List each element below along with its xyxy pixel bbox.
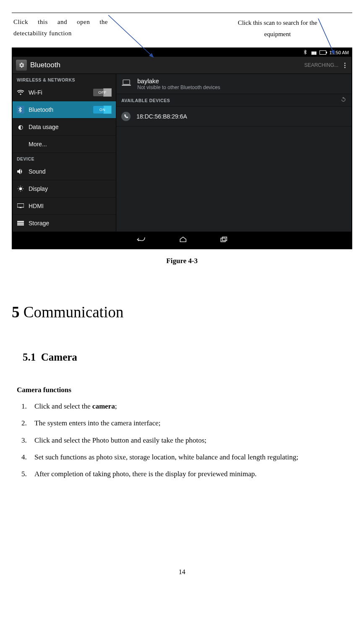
- status-bar: ▮▮▮ 11:50 AM: [13, 48, 351, 57]
- bluetooth-status-icon: [304, 50, 308, 55]
- callout-row: Click this and open the detectability fu…: [12, 16, 352, 42]
- chapter-number: 5: [12, 303, 20, 321]
- this-device-row[interactable]: baylake Not visible to other Bluetooth d…: [116, 74, 351, 94]
- subsection-heading: Camera functions: [17, 386, 352, 394]
- searching-label: SEARCHING...: [304, 62, 338, 68]
- available-device-mac: 18:DC:56:B8:29:6A: [136, 113, 187, 120]
- section-header-wireless: WIRELESS & NETWORKS: [13, 74, 116, 84]
- settings-content: WIRELESS & NETWORKS Wi-Fi OFF Bluetooth …: [13, 74, 351, 232]
- sidebar-item-label: Data usage: [29, 124, 59, 130]
- list-item: Click and select the camera;: [29, 401, 352, 412]
- phone-icon: [121, 112, 131, 121]
- wifi-icon: [17, 89, 24, 96]
- list-item: Set such functions as photo sixe, storag…: [29, 452, 352, 463]
- section-number: 5.1: [23, 351, 36, 363]
- laptop-icon: [121, 79, 131, 88]
- gear-icon[interactable]: [16, 60, 27, 71]
- sidebar-item-hdmi[interactable]: HDMI: [13, 198, 116, 215]
- datausage-icon: ◐: [17, 123, 24, 131]
- svg-rect-4: [17, 221, 24, 222]
- sidebar-item-display[interactable]: Display: [13, 180, 116, 198]
- hdmi-icon: [17, 202, 24, 210]
- list-item: After completion of taking photo, there …: [29, 469, 352, 480]
- chapter-heading: 5 Communication: [12, 303, 352, 321]
- sidebar-item-label: More...: [29, 141, 47, 148]
- bluetooth-icon: [17, 106, 24, 113]
- chapter-title: Communication: [24, 303, 123, 321]
- settings-headerbar: Bluetooth SEARCHING...: [13, 57, 351, 74]
- sidebar-item-wifi[interactable]: Wi-Fi OFF: [13, 84, 116, 101]
- section-header-device: DEVICE: [13, 153, 116, 163]
- page-number: 14: [12, 568, 352, 576]
- wifi-toggle[interactable]: OFF: [93, 89, 112, 96]
- available-devices-header: AVAILABLE DEVICES: [116, 94, 351, 107]
- list-item: The system enters into the camera interf…: [29, 418, 352, 429]
- header-title: Bluetooth: [30, 61, 60, 69]
- section-title: Camera: [41, 351, 77, 363]
- android-navbar: [13, 232, 351, 248]
- storage-icon: [17, 219, 24, 227]
- sidebar-item-storage[interactable]: Storage: [13, 215, 116, 232]
- bluetooth-main-pane: baylake Not visible to other Bluetooth d…: [116, 74, 351, 232]
- callout-detectability: Click this and open the detectability fu…: [13, 16, 108, 39]
- refresh-icon[interactable]: [340, 97, 346, 104]
- sidebar-item-bluetooth[interactable]: Bluetooth ON: [13, 101, 116, 119]
- svg-rect-5: [17, 223, 24, 224]
- page-top-rule: [12, 13, 352, 13]
- battery-icon: [319, 50, 326, 55]
- bluetooth-toggle[interactable]: ON: [93, 106, 112, 113]
- list-item: Click and select the Photo button and ea…: [29, 435, 352, 446]
- settings-sidebar: WIRELESS & NETWORKS Wi-Fi OFF Bluetooth …: [13, 74, 116, 232]
- device-visibility: Not visible to other Bluetooth devices: [137, 84, 220, 90]
- svg-rect-6: [17, 224, 24, 226]
- section-heading: 5.1 Camera: [23, 351, 352, 363]
- recent-apps-icon[interactable]: [220, 236, 228, 245]
- steps-list: Click and select the camera; The system …: [17, 401, 352, 480]
- device-name: baylake: [137, 77, 220, 84]
- sidebar-item-datausage[interactable]: ◐ Data usage: [13, 119, 116, 136]
- available-device-item[interactable]: 18:DC:56:B8:29:6A: [116, 107, 351, 127]
- sidebar-item-label: Storage: [29, 220, 49, 227]
- status-time: 11:50 AM: [330, 50, 349, 55]
- sidebar-item-sound[interactable]: Sound: [13, 163, 116, 180]
- sidebar-item-label: Display: [29, 185, 48, 192]
- svg-rect-7: [123, 80, 130, 84]
- sidebar-item-more[interactable]: More...: [13, 136, 116, 153]
- sidebar-item-label: Bluetooth: [29, 106, 53, 113]
- home-icon[interactable]: [179, 236, 187, 245]
- svg-rect-3: [20, 207, 22, 208]
- available-label: AVAILABLE DEVICES: [121, 98, 170, 103]
- sound-icon: [17, 168, 24, 175]
- figure-caption: Figure 4-3: [12, 257, 352, 265]
- bluetooth-settings-screenshot: ▮▮▮ 11:50 AM Bluetooth SEARCHING... WIRE…: [12, 47, 352, 249]
- svg-rect-8: [122, 84, 131, 86]
- back-icon[interactable]: [136, 236, 146, 245]
- sidebar-item-label: Wi-Fi: [29, 89, 42, 96]
- display-icon: [17, 185, 24, 193]
- svg-rect-9: [221, 238, 225, 242]
- sidebar-item-label: HDMI: [29, 203, 44, 209]
- signal-icon: ▮▮▮: [311, 50, 316, 55]
- overflow-menu-icon[interactable]: [344, 63, 346, 68]
- svg-rect-10: [222, 237, 227, 240]
- callout-scan: Click this scan to search for the equipm…: [233, 17, 322, 40]
- sidebar-item-label: Sound: [29, 168, 45, 175]
- svg-rect-2: [17, 203, 24, 207]
